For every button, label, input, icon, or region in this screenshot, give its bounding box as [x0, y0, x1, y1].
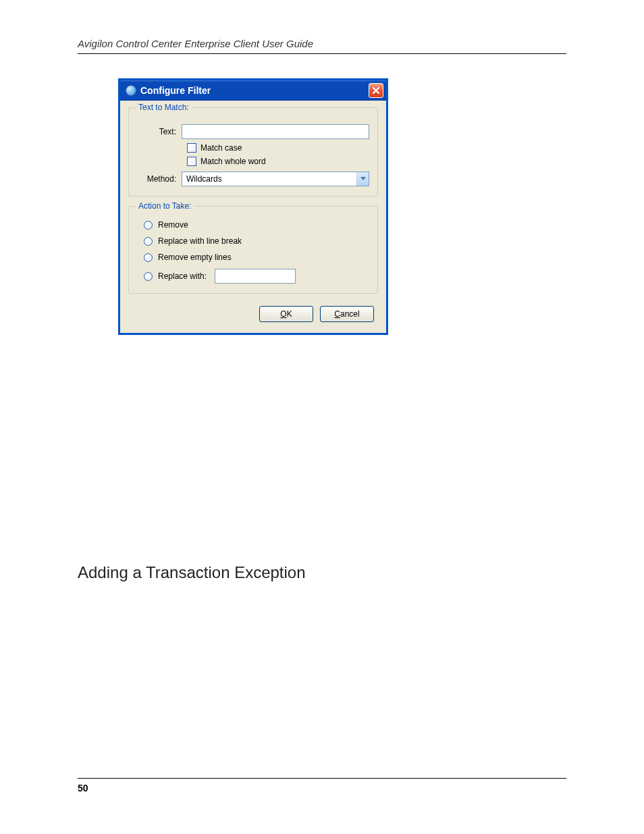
remove-empty-lines-radio[interactable] — [144, 253, 153, 262]
text-input[interactable] — [182, 124, 369, 139]
remove-radio[interactable] — [144, 221, 153, 230]
ok-button[interactable]: OK — [259, 306, 313, 322]
method-label: Method: — [137, 174, 182, 184]
match-case-label: Match case — [200, 143, 242, 153]
dropdown-arrow — [356, 172, 369, 186]
method-select[interactable]: Wildcards — [182, 172, 369, 186]
close-button[interactable] — [369, 83, 383, 98]
close-icon — [372, 86, 380, 95]
match-whole-word-label: Match whole word — [200, 157, 266, 166]
titlebar: Configure Filter — [120, 80, 386, 101]
document-header: Avigilon Control Center Enterprise Clien… — [78, 38, 566, 54]
configure-filter-dialog: Configure Filter Text to Match: Text: Ma… — [118, 78, 388, 335]
replace-line-break-radio[interactable] — [144, 237, 153, 246]
page-footer: 50 — [78, 778, 566, 793]
chevron-down-icon — [360, 177, 366, 181]
method-value: Wildcards — [186, 174, 222, 184]
match-case-checkbox[interactable] — [187, 143, 196, 153]
page-number: 50 — [78, 783, 88, 793]
text-to-match-legend: Text to Match: — [136, 103, 192, 112]
action-to-take-group: Action to Take: Remove Replace with line… — [128, 206, 378, 294]
replace-with-label: Replace with: — [158, 271, 207, 281]
dialog-title: Configure Filter — [140, 85, 211, 96]
section-heading: Adding a Transaction Exception — [78, 563, 566, 582]
replace-with-input[interactable] — [215, 269, 296, 284]
text-label: Text: — [137, 127, 182, 136]
remove-empty-lines-label: Remove empty lines — [158, 253, 232, 262]
replace-with-radio[interactable] — [144, 272, 153, 281]
replace-line-break-label: Replace with line break — [158, 236, 242, 246]
cancel-button[interactable]: Cancel — [320, 306, 374, 322]
action-to-take-legend: Action to Take: — [136, 201, 194, 211]
match-whole-word-checkbox[interactable] — [187, 157, 196, 166]
app-icon — [126, 85, 136, 96]
remove-label: Remove — [158, 220, 188, 230]
text-to-match-group: Text to Match: Text: Match case Match wh… — [128, 107, 378, 197]
